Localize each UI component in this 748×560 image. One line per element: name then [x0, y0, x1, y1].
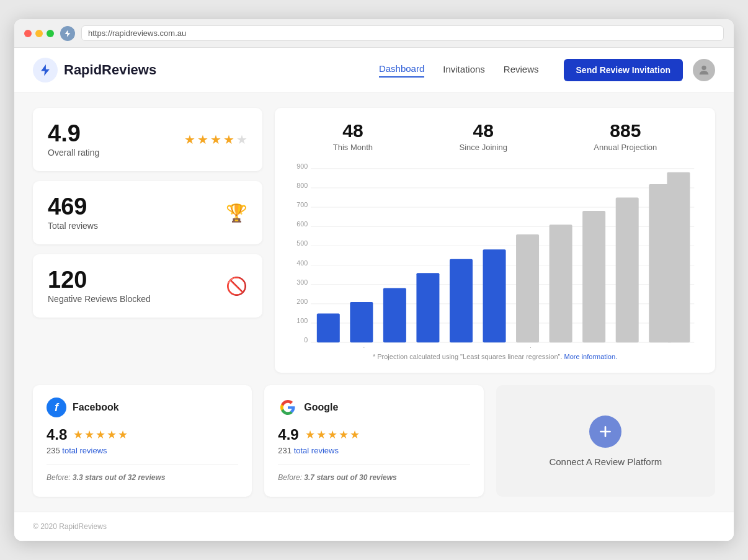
facebook-icon: f: [47, 398, 66, 417]
google-reviews-link[interactable]: total reviews: [294, 446, 339, 455]
google-before-label: Before:: [278, 473, 304, 482]
svg-text:200: 200: [296, 298, 308, 305]
facebook-card-header: f Facebook: [47, 398, 238, 417]
overall-rating-card: 4.9 Overall rating ★ ★ ★ ★ ★: [33, 108, 262, 171]
google-review-count: 231: [278, 446, 292, 455]
platform-cards: f Facebook 4.8 ★ ★ ★ ★ ★: [33, 385, 715, 497]
svg-text:Feb: Feb: [356, 346, 367, 348]
connect-label: Connect A Review Platform: [549, 456, 662, 467]
browser-url-bar[interactable]: https://rapidreviews.com.au: [81, 25, 724, 41]
google-card-header: Google: [278, 398, 470, 417]
svg-text:600: 600: [296, 220, 308, 228]
facebook-before: Before: 3.3 stars out of 32 reviews: [47, 473, 238, 482]
google-stars: ★ ★ ★ ★ ★: [305, 428, 360, 442]
svg-rect-43: [667, 172, 690, 343]
fb-star-2: ★: [84, 428, 94, 442]
footer-text: © 2020 RapidReviews: [33, 522, 107, 531]
svg-point-0: [701, 66, 706, 70]
facebook-before-label: Before:: [47, 473, 73, 482]
svg-rect-37: [582, 211, 605, 342]
g-star-4: ★: [339, 428, 349, 442]
svg-text:100: 100: [296, 317, 308, 324]
maximize-dot[interactable]: [47, 30, 54, 37]
send-review-invitation-button[interactable]: Send Review Invitation: [564, 59, 683, 81]
chart-annual-projection-number: 885: [594, 120, 657, 141]
chart-since-joining: 48 Since Joining: [460, 120, 507, 152]
g-star-5: ★: [350, 428, 360, 442]
svg-text:Nov: Nov: [655, 346, 666, 348]
fb-star-5: ★: [118, 428, 128, 442]
negative-blocked-info: 120 Negative Reviews Blocked: [48, 268, 151, 304]
close-dot[interactable]: [24, 30, 32, 37]
chart-this-month-number: 48: [333, 120, 373, 141]
connect-plus-icon: [589, 416, 621, 448]
svg-text:Aug: Aug: [555, 346, 566, 348]
facebook-review-count: 235: [47, 446, 60, 455]
logo-text: RapidReviews: [64, 62, 156, 78]
svg-rect-27: [416, 273, 439, 342]
chart-annual-projection: 885 Annual Projection: [594, 120, 657, 152]
svg-text:900: 900: [296, 162, 308, 170]
chart-note-text: * Projection calculated using "Least squ…: [373, 353, 563, 360]
minimize-dot[interactable]: [35, 30, 43, 37]
svg-text:Jun: Jun: [489, 346, 499, 348]
google-before-detail: 3.7 stars out of 30 reviews: [304, 473, 396, 482]
logo-icon: [33, 58, 58, 82]
svg-text:Sep: Sep: [589, 346, 599, 348]
chart-this-month: 48 This Month: [333, 120, 373, 152]
facebook-rating-row: 4.8 ★ ★ ★ ★ ★: [47, 426, 238, 443]
user-avatar[interactable]: [693, 59, 715, 81]
facebook-stars: ★ ★ ★ ★ ★: [73, 428, 128, 442]
total-reviews-info: 469 Total reviews: [48, 195, 98, 231]
connect-platform-card[interactable]: Connect A Review Platform: [496, 385, 715, 497]
chart-note: * Projection calculated using "Least squ…: [290, 353, 700, 360]
negative-blocked-label: Negative Reviews Blocked: [48, 294, 151, 304]
google-divider: [278, 464, 470, 464]
plus-icon: [597, 424, 613, 440]
nav-item-invitations[interactable]: Invitations: [443, 64, 485, 77]
svg-rect-29: [450, 259, 473, 342]
chart-annual-projection-label: Annual Projection: [594, 143, 657, 152]
svg-text:300: 300: [296, 278, 308, 286]
overall-rating-info: 4.9 Overall rating: [48, 122, 99, 158]
app-content: RapidReviews Dashboard Invitations Revie…: [14, 48, 734, 541]
star-1: ★: [184, 132, 195, 147]
nav-item-reviews[interactable]: Reviews: [504, 64, 539, 77]
chart-since-joining-label: Since Joining: [460, 143, 507, 152]
chart-this-month-label: This Month: [333, 143, 373, 152]
star-5: ★: [236, 132, 247, 147]
svg-rect-21: [317, 313, 340, 342]
browser-dots: [24, 30, 54, 37]
svg-rect-31: [483, 249, 506, 342]
facebook-card: f Facebook 4.8 ★ ★ ★ ★ ★: [33, 385, 252, 497]
svg-text:400: 400: [296, 259, 308, 267]
facebook-before-detail: 3.3 stars out of 32 reviews: [73, 473, 165, 482]
svg-text:Apr: Apr: [423, 346, 433, 348]
svg-text:Mar: Mar: [390, 346, 401, 348]
chart-stats: 48 This Month 48 Since Joining 885 Annua…: [290, 120, 700, 152]
svg-text:700: 700: [296, 201, 308, 208]
svg-rect-35: [550, 224, 572, 342]
svg-text:Jul: Jul: [523, 346, 531, 348]
svg-text:Oct: Oct: [623, 346, 632, 348]
svg-text:800: 800: [296, 182, 308, 189]
google-name: Google: [304, 402, 338, 413]
facebook-reviews-link[interactable]: total reviews: [62, 446, 107, 455]
chart-note-link[interactable]: More information.: [564, 353, 618, 360]
logo: RapidReviews: [33, 58, 156, 82]
facebook-divider: [47, 464, 238, 464]
svg-text:May: May: [455, 346, 467, 348]
overall-rating-label: Overall rating: [48, 148, 99, 158]
facebook-reviews: 235 total reviews: [47, 446, 238, 455]
chart-svg: 0 100 200 300 400 500 600 700 800 900: [290, 162, 700, 348]
stat-cards: 4.9 Overall rating ★ ★ ★ ★ ★: [33, 108, 262, 373]
star-3: ★: [210, 132, 221, 147]
svg-rect-39: [616, 198, 639, 343]
fb-star-4: ★: [107, 428, 117, 442]
g-star-2: ★: [316, 428, 326, 442]
bar-chart: 0 100 200 300 400 500 600 700 800 900: [290, 162, 700, 348]
nav-item-dashboard[interactable]: Dashboard: [379, 63, 424, 78]
google-before: Before: 3.7 stars out of 30 reviews: [278, 473, 470, 482]
svg-text:0: 0: [304, 336, 308, 344]
google-rating-row: 4.9 ★ ★ ★ ★ ★: [278, 426, 470, 443]
